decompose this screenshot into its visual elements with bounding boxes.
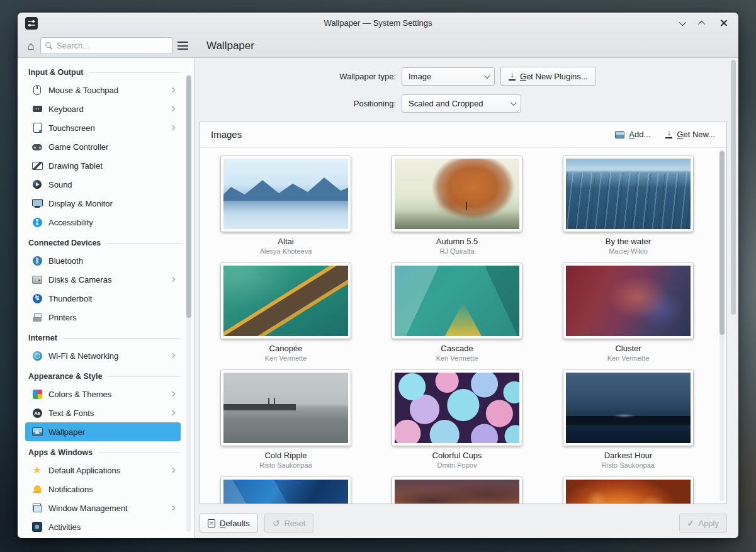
chevron-up-icon [698, 20, 705, 27]
wallpaper-type-select[interactable]: Image [402, 67, 495, 86]
mouse-icon [31, 84, 43, 96]
accessibility-icon [31, 217, 43, 228]
wallpaper-item[interactable] [200, 477, 371, 504]
sidebar-section-header: Internet [18, 328, 184, 346]
minimize-button[interactable] [676, 18, 687, 29]
reset-button[interactable]: ↺ Reset [264, 514, 314, 532]
colors-themes-icon [31, 388, 43, 400]
page-scrollbar-handle[interactable] [731, 60, 736, 315]
sidebar-item-notif[interactable]: Notifications [25, 480, 181, 498]
wallpaper-thumbnail[interactable] [563, 156, 693, 232]
get-new-plugins-button[interactable]: Get New Plugins... [500, 67, 596, 86]
checkmark-icon: ✓ [687, 519, 694, 527]
wallpaper-item[interactable]: Altai Alesya Khoteeva [200, 156, 371, 263]
window-management-icon [31, 502, 43, 514]
positioning-select[interactable]: Scaled and Cropped [402, 94, 521, 113]
apply-button[interactable]: ✓ Apply [679, 514, 727, 532]
get-new-button[interactable]: Get New... [659, 126, 721, 144]
maximize-button[interactable] [697, 18, 708, 29]
sidebar-item-display[interactable]: Display & Monitor [25, 194, 181, 213]
images-scrollbar-handle[interactable] [719, 151, 725, 335]
wallpaper-thumbnail[interactable] [392, 477, 522, 504]
chevron-down-icon [679, 18, 686, 25]
sidebar-item-winmgmt[interactable]: Window Management [25, 498, 181, 517]
sound-icon [31, 179, 43, 190]
wallpaper-thumbnail[interactable] [563, 477, 693, 504]
sidebar-item-access[interactable]: Accessibility [25, 213, 181, 232]
wallpaper-type-value: Image [409, 72, 478, 81]
wallpaper-image [566, 159, 691, 229]
sidebar-item-mouse[interactable]: Mouse & Touchpad [25, 81, 181, 99]
sidebar-item-apps[interactable]: Default Applications [25, 461, 181, 480]
titlebar[interactable]: Wallpaper — System Settings [18, 13, 738, 33]
wallpaper-item[interactable]: Colorful Cups Dmitri Popov [371, 370, 543, 477]
sidebar-item-touchscreen[interactable]: Touchscreen [25, 118, 181, 137]
chevron-right-icon [170, 125, 175, 130]
wallpaper-author: Dmitri Popov [437, 461, 477, 469]
images-scrollbar[interactable] [719, 150, 725, 501]
sidebar-item-wifi[interactable]: Wi-Fi & Networking [25, 346, 181, 365]
hamburger-menu-button[interactable] [178, 37, 188, 55]
sidebar-item-wallpaper[interactable]: Wallpaper [25, 422, 181, 441]
sidebar-scrollbar-handle[interactable] [186, 76, 191, 318]
system-settings-window: Wallpaper — System Settings ⌂ Wallpaper [18, 13, 738, 538]
defaults-icon [208, 519, 215, 527]
section-divider [63, 338, 181, 339]
wallpaper-thumbnail[interactable] [221, 477, 351, 504]
wallpaper-name: Darkest Hour [604, 451, 653, 460]
main-content: Wallpaper type: Image Get New Plugins...… [195, 59, 738, 538]
window-header: Wallpaper — System Settings ⌂ Wallpaper [18, 13, 738, 58]
home-button[interactable]: ⌂ [26, 37, 35, 55]
sidebar-item-keyboard[interactable]: Keyboard [25, 99, 181, 118]
sidebar-item-bluetooth[interactable]: Bluetooth [25, 251, 181, 270]
wallpaper-thumbnail[interactable] [221, 263, 351, 339]
wallpaper-image [566, 480, 691, 504]
wallpaper-author: Ken Vermette [436, 354, 478, 362]
keyboard-icon [31, 103, 43, 115]
wallpaper-item[interactable]: Canopée Ken Vermette [200, 263, 371, 370]
wallpaper-item[interactable]: Cold Ripple Risto Saukonpää [200, 370, 371, 477]
wallpaper-item[interactable]: By the water Maciej Wiklo [543, 156, 714, 263]
display-monitor-icon [31, 198, 43, 209]
reset-icon: ↺ [273, 519, 280, 527]
footer-bar: Defaults ↺ Reset ✓ Apply [200, 514, 727, 532]
wallpaper-thumbnail[interactable] [221, 156, 351, 232]
close-button[interactable] [718, 18, 729, 29]
sidebar-item-tablet[interactable]: Drawing Tablet [25, 156, 181, 175]
wallpaper-item[interactable]: Cluster Ken Vermette [543, 263, 714, 370]
wifi-networking-icon [31, 350, 43, 361]
wallpaper-item[interactable] [371, 477, 543, 504]
search-icon [45, 42, 53, 50]
wallpaper-image [566, 266, 691, 336]
sidebar-item-fonts[interactable]: Text & Fonts [25, 403, 181, 422]
apply-button-label: Apply [698, 519, 719, 528]
sidebar-item-sound[interactable]: Sound [25, 175, 181, 194]
sidebar-item-activities[interactable]: Activities [25, 517, 181, 536]
sidebar-item-colors[interactable]: Colors & Themes [25, 385, 181, 403]
search-box[interactable] [40, 37, 172, 54]
wallpaper-item[interactable]: Autumn 5.5 RJ Quiralta [371, 156, 543, 263]
sidebar-item-printers[interactable]: Printers [25, 308, 181, 327]
defaults-button[interactable]: Defaults [200, 514, 258, 532]
sidebar-scrollbar[interactable] [186, 76, 191, 532]
wallpaper-item[interactable] [543, 477, 714, 504]
section-label: Internet [28, 334, 57, 342]
wallpaper-thumbnail[interactable] [221, 370, 351, 446]
printer-icon [31, 312, 43, 323]
wallpaper-thumbnail[interactable] [563, 263, 693, 339]
search-input[interactable] [57, 41, 167, 50]
wallpaper-thumbnail[interactable] [563, 370, 693, 446]
add-image-icon [615, 131, 624, 138]
wallpaper-item[interactable]: Cascade Ken Vermette [371, 263, 543, 370]
page-scrollbar[interactable] [731, 60, 736, 498]
wallpaper-thumbnail[interactable] [392, 263, 522, 339]
sidebar-item-game[interactable]: Game Controller [25, 137, 181, 156]
sidebar-item-disks[interactable]: Disks & Cameras [25, 270, 181, 289]
sidebar-item-thunderbolt[interactable]: Thunderbolt [25, 289, 181, 308]
wallpaper-thumbnail[interactable] [392, 156, 522, 232]
wallpaper-thumbnail[interactable] [392, 370, 522, 446]
wallpaper-item[interactable]: Darkest Hour Risto Saukonpää [543, 370, 714, 477]
hamburger-icon [178, 42, 188, 50]
add-button[interactable]: Add... [609, 126, 657, 144]
wallpaper-name: By the water [606, 237, 651, 246]
